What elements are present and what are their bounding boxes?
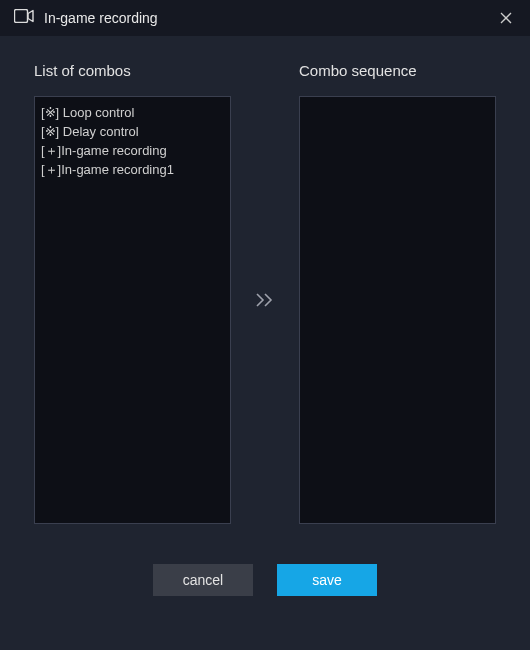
combos-listbox[interactable]: [※] Loop control[※] Delay control[＋]In-g… — [34, 96, 231, 524]
transfer-column — [231, 62, 299, 524]
save-button[interactable]: save — [277, 564, 377, 596]
camera-icon — [14, 9, 34, 27]
titlebar-left: In-game recording — [14, 9, 158, 27]
transfer-button[interactable] — [255, 292, 275, 308]
combo-item[interactable]: [＋]In-game recording — [41, 141, 224, 160]
svg-rect-0 — [15, 10, 28, 23]
footer: cancel save — [34, 564, 496, 596]
combos-column: List of combos [※] Loop control[※] Delay… — [34, 62, 231, 524]
combo-sequence-label: Combo sequence — [299, 62, 496, 82]
close-button[interactable] — [496, 8, 516, 28]
content: List of combos [※] Loop control[※] Delay… — [0, 36, 530, 596]
sequence-listbox[interactable] — [299, 96, 496, 524]
combo-item[interactable]: [※] Loop control — [41, 103, 224, 122]
combo-item[interactable]: [＋]In-game recording1 — [41, 160, 224, 179]
cancel-button[interactable]: cancel — [153, 564, 253, 596]
window-title: In-game recording — [44, 10, 158, 26]
list-of-combos-label: List of combos — [34, 62, 231, 82]
columns: List of combos [※] Loop control[※] Delay… — [34, 62, 496, 524]
combo-item[interactable]: [※] Delay control — [41, 122, 224, 141]
sequence-column: Combo sequence — [299, 62, 496, 524]
titlebar: In-game recording — [0, 0, 530, 36]
